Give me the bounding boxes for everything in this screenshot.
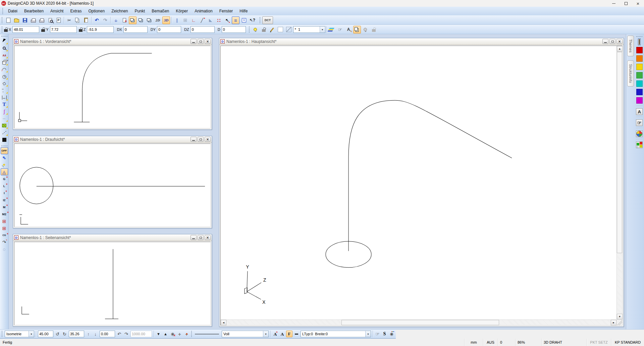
group-tool-button[interactable] <box>1 115 8 122</box>
maximize-window-button[interactable] <box>620 0 632 7</box>
dct-button[interactable]: DCT <box>262 16 273 24</box>
coord-d-input[interactable] <box>222 26 246 33</box>
rotate-view-right-button[interactable] <box>61 331 68 337</box>
dropdown-arrow-icon[interactable] <box>365 331 371 337</box>
rotate-view-left-button[interactable] <box>54 331 61 337</box>
color-by-layer-button[interactable] <box>636 141 643 148</box>
color-swatch-yellow[interactable] <box>636 64 643 70</box>
dimension-tool-button[interactable] <box>1 94 8 101</box>
all-layers-visible-button[interactable] <box>362 26 369 34</box>
window-hauptansicht-titlebar[interactable]: D Namenlos-1 : Hauptansicht* <box>219 38 624 45</box>
info-box-button[interactable] <box>240 16 248 24</box>
set-square-button[interactable] <box>207 16 214 24</box>
roll-view-cw-button[interactable] <box>123 331 129 337</box>
coord-y-input[interactable] <box>50 26 77 33</box>
color-swatch-green[interactable] <box>636 72 643 78</box>
page-preview-button[interactable] <box>46 16 54 24</box>
mode-3d-button[interactable]: 3D <box>162 16 170 24</box>
restore-view-button[interactable] <box>198 39 204 44</box>
render-settings-button[interactable] <box>388 331 395 337</box>
menu-hilfe[interactable]: Hilfe <box>236 8 251 14</box>
window-hauptansicht[interactable]: D Namenlos-1 : Hauptansicht* Y <box>219 38 624 327</box>
menu-datei[interactable]: Datei <box>5 8 21 14</box>
menu-zeichnen[interactable]: Zeichnen <box>108 8 131 14</box>
redo-button[interactable] <box>101 16 109 24</box>
color-swatch-red[interactable] <box>636 47 643 53</box>
circle-tool-button[interactable] <box>1 73 8 80</box>
color-swatch-orange[interactable] <box>636 55 643 62</box>
scroll-down-button[interactable] <box>617 314 623 320</box>
lock-x-icon[interactable] <box>4 29 8 32</box>
drag-mode-button[interactable] <box>1 154 8 161</box>
menu-fenster[interactable]: Fenster <box>216 8 236 14</box>
menu-koerper[interactable]: Körper <box>172 8 191 14</box>
restore-view-button[interactable] <box>609 39 615 44</box>
snap-off-button[interactable]: OFF <box>1 147 8 154</box>
window-vorderansicht[interactable]: D Namenlos-1 : Vorderansicht* <box>13 38 212 130</box>
text-color-button[interactable]: A <box>636 108 643 115</box>
all-layers-lock-button[interactable] <box>370 26 378 34</box>
viewport-draufsicht[interactable] <box>14 143 211 227</box>
dropdown-arrow-icon[interactable] <box>29 331 34 337</box>
selection-handles-button[interactable] <box>215 16 223 24</box>
rotation-angle2-input[interactable] <box>69 331 84 337</box>
tilt-view-down-button[interactable] <box>92 331 99 337</box>
plane-tool-button[interactable] <box>1 80 8 87</box>
layer-color-swatch[interactable] <box>277 26 284 34</box>
snap-point-button[interactable] <box>1 218 8 225</box>
open-file-button[interactable] <box>13 16 20 24</box>
menu-ansicht[interactable]: Ansicht <box>47 8 67 14</box>
text-style-button[interactable] <box>279 331 285 337</box>
scroll-left-button[interactable] <box>221 320 226 326</box>
layer-manager-button[interactable] <box>328 26 336 34</box>
add-text-style-button[interactable] <box>272 331 278 337</box>
array-tool-button[interactable] <box>1 87 8 94</box>
gravity-snap-button[interactable] <box>1 168 8 175</box>
minimize-window-button[interactable] <box>608 0 620 7</box>
horizontal-scrollbar-thumb[interactable] <box>341 320 499 325</box>
menu-optionen[interactable]: Optionen <box>85 8 108 14</box>
copy-button[interactable] <box>74 16 82 24</box>
context-help-button[interactable] <box>249 16 256 24</box>
hide-objects-button[interactable] <box>336 26 344 34</box>
rotation-angle3-input[interactable] <box>100 331 115 337</box>
fill-color-button[interactable] <box>1 136 8 143</box>
snap-circle-button[interactable] <box>1 246 8 253</box>
roll-view-ccw-button[interactable] <box>116 331 122 337</box>
reset-view-button[interactable] <box>169 331 176 337</box>
resize-grip[interactable] <box>616 320 622 325</box>
tab-strukturinfo[interactable]: Strukturinfo <box>627 60 634 86</box>
coordinate-system-button[interactable] <box>190 16 198 24</box>
dropdown-arrow-icon[interactable] <box>320 26 325 33</box>
menu-animation[interactable]: Animation <box>191 8 216 14</box>
zoom-tool-button[interactable] <box>1 45 8 52</box>
paste-button[interactable] <box>82 16 90 24</box>
cascade-windows-button[interactable] <box>129 16 137 24</box>
point-select-button[interactable] <box>223 16 231 24</box>
polyline-tool-button[interactable] <box>1 52 8 59</box>
undo-button[interactable] <box>93 16 101 24</box>
line-snap-button[interactable] <box>198 16 206 24</box>
snap-midpoint-button[interactable]: M <box>1 204 8 211</box>
color-swatch-magenta[interactable] <box>636 97 643 104</box>
menu-bemassen[interactable]: Bemaßen <box>148 8 172 14</box>
window-seitenansicht[interactable]: D Namenlos-1 : Seitenansicht* <box>13 234 212 327</box>
text-tool-button[interactable]: T <box>1 101 8 108</box>
zoom-out-step-button[interactable] <box>155 331 162 337</box>
curve-tool-button[interactable] <box>1 108 8 115</box>
coord-dy-input[interactable] <box>157 26 181 33</box>
grid-button[interactable] <box>181 16 189 24</box>
window-draufsicht-titlebar[interactable]: D Namenlos-1 : Draufsicht* <box>13 136 212 143</box>
layer-combobox[interactable]: * 1 <box>293 26 325 33</box>
menu-punkt[interactable]: Punkt <box>131 8 149 14</box>
viewport-hauptansicht[interactable]: Y Z X <box>220 46 623 326</box>
minimize-view-button[interactable] <box>602 39 608 44</box>
line-style-combobox[interactable]: Voll <box>222 331 269 337</box>
print-setup-button[interactable]: P <box>55 16 62 24</box>
linetype-width-combobox[interactable]: LTyp:0 Breite:0 <box>301 331 371 337</box>
horizontal-scrollbar[interactable] <box>221 320 616 325</box>
snap-midpoint2-button[interactable]: M2 <box>1 211 8 218</box>
color-swatch-cyan[interactable] <box>636 80 643 87</box>
close-view-button[interactable] <box>616 39 623 44</box>
window-seitenansicht-titlebar[interactable]: D Namenlos-1 : Seitenansicht* <box>13 234 212 241</box>
